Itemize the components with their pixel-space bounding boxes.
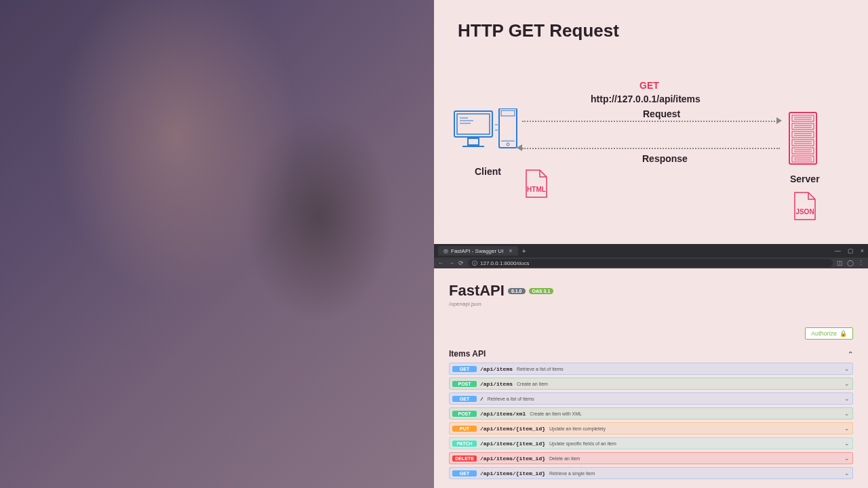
- version-badge: 0.1.0: [508, 288, 526, 294]
- chevron-down-icon: ⌄: [844, 395, 850, 402]
- swagger-page: FastAPI 0.1.0 OAS 3.1 /openapi.json Auth…: [434, 268, 868, 340]
- endpoint-description: Create an item: [517, 382, 548, 386]
- svg-rect-23: [792, 140, 814, 146]
- endpoint-description: Update specific fields of an item: [549, 441, 616, 446]
- server-label: Server: [790, 174, 820, 184]
- new-tab-icon[interactable]: +: [522, 247, 526, 255]
- browser-window: ◎ FastAPI - Swagger UI × + — ▢ × ← → ⟳ ⓘ…: [434, 244, 868, 488]
- svg-rect-20: [792, 131, 814, 138]
- endpoint-description: Update an item completely: [549, 426, 606, 431]
- svg-rect-26: [792, 148, 814, 154]
- endpoint-description: Create an item with XML: [530, 411, 582, 416]
- endpoint-path: /api/items/{item_id}: [480, 470, 545, 476]
- browser-tab[interactable]: ◎ FastAPI - Swagger UI ×: [438, 246, 518, 256]
- method-badge: POST: [452, 381, 477, 387]
- endpoint-path: /api/items/{item_id}: [480, 441, 545, 447]
- endpoint-row[interactable]: GET/api/itemsRetrieve a list of items⌄: [449, 363, 853, 375]
- endpoint-list: GET/api/itemsRetrieve a list of items⌄PO…: [449, 363, 853, 479]
- group-header[interactable]: Items API ⌃: [449, 345, 853, 363]
- endpoint-row[interactable]: POST/api/itemsCreate an item⌄: [449, 378, 853, 390]
- profile-icon[interactable]: ◯: [847, 260, 854, 266]
- url-input[interactable]: ⓘ 127.0.0.1:8000/docs: [468, 259, 833, 267]
- method-badge: DELETE: [452, 455, 477, 462]
- endpoint-path: /: [480, 396, 484, 402]
- tab-title: FastAPI - Swagger UI: [451, 248, 503, 254]
- extensions-icon[interactable]: ◫: [837, 260, 843, 266]
- openapi-link[interactable]: /openapi.json: [449, 301, 853, 307]
- browser-address-bar: ← → ⟳ ⓘ 127.0.0.1:8000/docs ◫ ◯ ⋮: [434, 258, 868, 268]
- request-arrow: [522, 121, 780, 122]
- endpoint-row[interactable]: GET/api/items/{item_id}Retrieve a single…: [449, 467, 853, 479]
- request-label: Request: [643, 108, 680, 119]
- background-photo: [0, 0, 434, 488]
- method-badge: PUT: [452, 426, 477, 432]
- response-label: Response: [642, 153, 688, 164]
- html-file-icon: HTML: [523, 169, 550, 201]
- diagram-title: HTTP GET Request: [458, 20, 619, 41]
- minimize-icon[interactable]: —: [835, 247, 841, 254]
- endpoint-description: Delete an item: [549, 456, 580, 461]
- response-arrow: [522, 148, 780, 149]
- site-info-icon[interactable]: ⓘ: [472, 260, 477, 267]
- chevron-down-icon: ⌄: [844, 440, 850, 447]
- endpoint-path: /api/items/{item_id}: [480, 455, 545, 462]
- endpoint-row[interactable]: DELETE/api/items/{item_id}Delete an item…: [449, 452, 853, 464]
- endpoint-row[interactable]: PATCH/api/items/{item_id}Update specific…: [449, 437, 853, 449]
- api-group: Items API ⌃ GET/api/itemsRetrieve a list…: [449, 345, 853, 479]
- method-badge: GET: [452, 366, 477, 372]
- method-badge: PATCH: [452, 441, 477, 447]
- http-url-label: http://127.0.0.1/api/items: [591, 94, 701, 104]
- svg-rect-14: [792, 115, 814, 121]
- endpoint-row[interactable]: PUT/api/items/{item_id}Update an item co…: [449, 422, 853, 434]
- chevron-down-icon: ⌄: [844, 380, 850, 387]
- close-icon[interactable]: ×: [861, 247, 864, 254]
- chevron-up-icon: ⌃: [848, 350, 853, 358]
- chevron-down-icon: ⌄: [844, 470, 850, 476]
- api-name: FastAPI: [449, 282, 505, 300]
- menu-icon[interactable]: ⋮: [858, 260, 864, 266]
- lock-icon: 🔒: [840, 330, 847, 337]
- swagger-title: FastAPI 0.1.0 OAS 3.1: [449, 282, 553, 300]
- json-file-icon: JSON: [791, 192, 818, 223]
- endpoint-path: /api/items/{item_id}: [480, 426, 545, 432]
- http-diagram: HTTP GET Request GET http://127.0.0.1/ap…: [434, 0, 868, 244]
- request-arrow-head: [776, 117, 782, 124]
- group-name: Items API: [449, 349, 486, 359]
- endpoint-path: /api/items/xml: [480, 411, 526, 417]
- back-icon[interactable]: ←: [438, 260, 444, 266]
- svg-rect-1: [457, 114, 490, 134]
- oas-badge: OAS 3.1: [529, 288, 554, 294]
- svg-text:JSON: JSON: [795, 208, 814, 216]
- endpoint-row[interactable]: POST/api/items/xmlCreate an item with XM…: [449, 407, 853, 420]
- url-text: 127.0.0.1:8000/docs: [480, 260, 530, 266]
- http-method-label: GET: [639, 80, 659, 91]
- method-badge: GET: [452, 470, 477, 476]
- endpoint-description: Retrieve a list of items: [517, 367, 564, 371]
- client-label: Client: [475, 166, 501, 177]
- svg-rect-17: [792, 123, 814, 129]
- server-icon: [789, 112, 817, 167]
- browser-titlebar: ◎ FastAPI - Swagger UI × + — ▢ ×: [434, 244, 868, 258]
- endpoint-description: Retrieve a single item: [549, 471, 595, 476]
- tab-favicon: ◎: [443, 248, 448, 254]
- endpoint-path: /api/items: [480, 381, 513, 387]
- maximize-icon[interactable]: ▢: [848, 247, 854, 254]
- client-icon: [453, 108, 521, 155]
- chevron-down-icon: ⌄: [844, 365, 850, 372]
- forward-icon[interactable]: →: [448, 260, 454, 266]
- svg-point-10: [507, 143, 509, 146]
- right-panel: HTTP GET Request GET http://127.0.0.1/ap…: [434, 0, 868, 488]
- response-arrow-head: [517, 144, 522, 151]
- authorize-label: Authorize: [811, 330, 837, 337]
- chevron-down-icon: ⌄: [844, 410, 850, 417]
- window-controls: — ▢ ×: [835, 247, 864, 254]
- endpoint-row[interactable]: GET/Retrieve a list of items⌄: [449, 392, 853, 405]
- svg-rect-7: [499, 108, 517, 148]
- svg-rect-0: [454, 111, 492, 137]
- svg-text:HTML: HTML: [527, 186, 546, 193]
- tab-close-icon[interactable]: ×: [509, 247, 512, 254]
- svg-rect-5: [468, 138, 479, 145]
- reload-icon[interactable]: ⟳: [458, 260, 464, 266]
- authorize-button[interactable]: Authorize 🔒: [805, 327, 853, 340]
- svg-rect-8: [501, 110, 515, 116]
